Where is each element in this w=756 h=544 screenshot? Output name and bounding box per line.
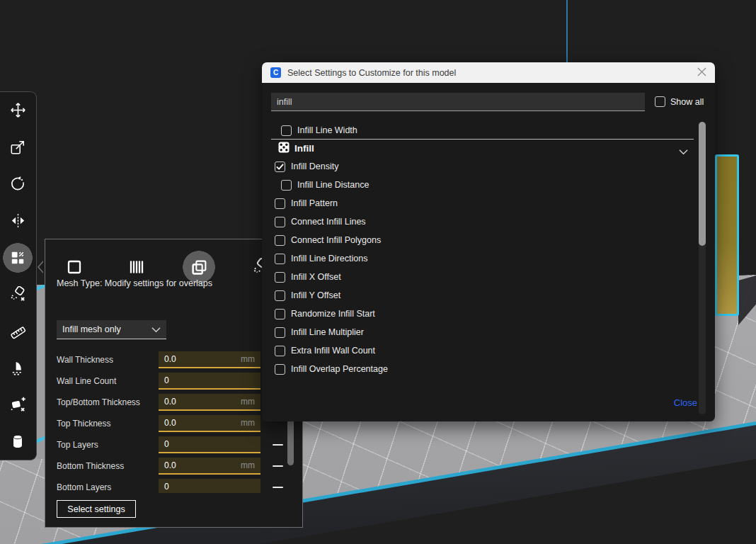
setting-value: 0.0 <box>164 460 241 470</box>
select-settings-dialog: C Select Settings to Customize for this … <box>262 62 715 421</box>
setting-option-infill-line-distance[interactable]: Infill Line Distance <box>271 176 694 194</box>
setting-option-label: Infill Line Distance <box>297 180 369 190</box>
move-icon <box>10 102 26 118</box>
checkbox-unchecked[interactable] <box>275 364 285 375</box>
custom-supports-icon <box>10 360 26 376</box>
infill-category-icon <box>278 142 290 156</box>
checkbox-unchecked[interactable] <box>275 217 285 227</box>
dialog-titlebar: C Select Settings to Customize for this … <box>262 62 715 83</box>
bottom-layers-label: Bottom Layers <box>57 477 111 493</box>
dialog-scrollbar-track[interactable] <box>699 122 706 414</box>
setting-option-infill-pattern[interactable]: Infill Pattern <box>271 194 694 212</box>
rotate-icon <box>10 176 26 192</box>
setting-option-infill-y-offset[interactable]: Infill Y Offset <box>271 286 694 305</box>
setting-option-label: Infill Density <box>291 162 338 171</box>
top-layers-input[interactable]: 0 <box>159 436 260 453</box>
selection-edge <box>37 436 45 443</box>
checkbox-unchecked[interactable] <box>275 346 285 356</box>
checkbox-unchecked[interactable] <box>275 254 285 264</box>
setting-option-infill-overlap-percentage[interactable]: Infill Overlap Percentage <box>271 360 694 378</box>
close-icon <box>697 67 706 79</box>
bottom-thickness-input[interactable]: 0.0mm <box>159 458 260 475</box>
checkbox-unchecked[interactable] <box>275 272 285 283</box>
top-bottom-thickness-input[interactable]: 0.0mm <box>159 394 260 411</box>
setting-row: Top Layers0 <box>45 434 290 455</box>
dialog-close-link[interactable]: Close <box>674 397 697 408</box>
mirror-tool-button[interactable] <box>0 203 35 239</box>
per-model-settings-tool-button[interactable] <box>0 239 35 276</box>
per-model-settings-icon <box>10 250 25 266</box>
panel-callout-arrow <box>39 261 45 273</box>
selected-model[interactable] <box>715 154 739 316</box>
checkbox-unchecked[interactable] <box>275 309 285 319</box>
checkbox-unchecked[interactable] <box>275 198 285 209</box>
support-blocker-tool-button[interactable] <box>0 276 35 313</box>
setting-row: Wall Thickness0.0mm <box>45 349 290 370</box>
select-settings-button[interactable]: Select settings <box>57 500 136 518</box>
top-thickness-input[interactable]: 0.0mm <box>159 415 260 432</box>
setting-option-label: Infill Line Directions <box>291 254 367 264</box>
setting-option-label: Infill Pattern <box>291 198 338 208</box>
bottom-thickness-label: Bottom Thickness <box>57 455 124 477</box>
move-tool-button[interactable] <box>0 92 35 129</box>
category-infill[interactable]: Infill <box>271 140 694 157</box>
setting-option-label: Infill Line Multiplier <box>291 327 364 337</box>
setting-row: Bottom Layers0 <box>45 477 290 493</box>
mesh-type-dropdown-value: Infill mesh only <box>62 324 151 334</box>
mesh-type-dropdown[interactable]: Infill mesh only <box>57 320 166 339</box>
setting-option-label: Connect Infill Lines <box>291 217 366 227</box>
show-all-toggle[interactable]: Show all <box>655 96 704 107</box>
setting-unit: mm <box>241 418 255 428</box>
cylinder-support-tool-button[interactable] <box>0 423 35 460</box>
wall-thickness-input[interactable]: 0.0mm <box>159 351 260 368</box>
setting-value: 0 <box>164 375 255 385</box>
setting-option-connect-infill-lines[interactable]: Connect Infill Lines <box>271 212 694 231</box>
setting-option-infill-density[interactable]: Infill Density <box>271 157 694 176</box>
checkbox-unchecked[interactable] <box>275 327 285 338</box>
setting-option-infill-x-offset[interactable]: Infill X Offset <box>271 268 694 286</box>
settings-search-input[interactable] <box>271 93 645 111</box>
remove-setting-button[interactable] <box>273 443 284 446</box>
setting-row: Top/Bottom Thickness0.0mm <box>45 392 290 413</box>
cura-viewport: Mesh Type: Modify settings for overlaps … <box>0 0 756 544</box>
setting-option-infill-line-width[interactable]: Infill Line Width <box>271 122 694 139</box>
checkbox-unchecked[interactable] <box>281 125 292 136</box>
setting-row: Bottom Thickness0.0mm <box>45 455 290 477</box>
cylinder-support-icon <box>10 434 25 449</box>
tool-toolbar <box>0 91 37 460</box>
setting-option-label: Infill Line Width <box>297 125 357 135</box>
setting-option-connect-infill-polygons[interactable]: Connect Infill Polygons <box>271 231 694 249</box>
checkbox-unchecked[interactable] <box>275 290 285 301</box>
scale-tool-button[interactable] <box>0 129 35 166</box>
dialog-scrollbar[interactable] <box>699 122 706 246</box>
setting-value: 0.0 <box>164 397 241 407</box>
chevron-down-icon <box>151 323 161 336</box>
setting-option-infill-line-directions[interactable]: Infill Line Directions <box>271 249 694 268</box>
setting-option-label: Connect Infill Polygons <box>291 235 381 245</box>
model-selection-outline <box>566 0 568 62</box>
setting-value: 0.0 <box>164 354 241 364</box>
setting-option-label: Infill X Offset <box>291 272 341 282</box>
remove-setting-button[interactable] <box>273 486 284 489</box>
show-all-label: Show all <box>670 97 704 107</box>
custom-supports-tool-button[interactable] <box>0 349 35 386</box>
wall-line-count-input[interactable]: 0 <box>159 373 260 390</box>
normal-model-icon <box>66 259 83 276</box>
setting-option-infill-line-multiplier[interactable]: Infill Line Multiplier <box>271 323 694 341</box>
scale-icon <box>10 140 25 155</box>
bottom-layers-input[interactable]: 0 <box>159 479 260 493</box>
setting-value: 0.0 <box>164 418 241 428</box>
show-all-checkbox[interactable] <box>655 96 665 107</box>
rotate-tool-button[interactable] <box>0 166 35 203</box>
checkbox-unchecked[interactable] <box>281 180 292 191</box>
setting-option-label: Extra Infill Wall Count <box>291 346 375 356</box>
measure-tool-button[interactable] <box>0 312 35 349</box>
dialog-close-button[interactable] <box>691 62 712 83</box>
checkbox-checked[interactable] <box>275 162 285 172</box>
dialog-title: Select Settings to Customize for this mo… <box>287 68 691 78</box>
remove-setting-button[interactable] <box>273 465 284 468</box>
support-eraser-tool-button[interactable] <box>0 386 35 423</box>
checkbox-unchecked[interactable] <box>275 235 285 246</box>
setting-option-randomize-infill-start[interactable]: Randomize Infill Start <box>271 305 694 323</box>
setting-option-extra-infill-wall-count[interactable]: Extra Infill Wall Count <box>271 341 694 360</box>
